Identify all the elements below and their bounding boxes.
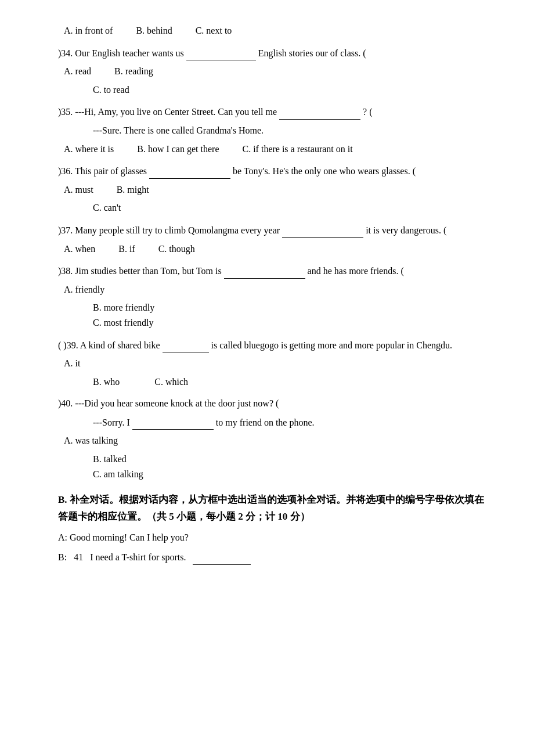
q37-text: Many people still try to climb Qomolangm…	[75, 225, 280, 235]
q40-text: ---Did you hear someone knock at the doo…	[75, 398, 279, 408]
q39-blank	[163, 337, 209, 353]
q40-option-b-wrap: B. talked	[58, 452, 488, 467]
q34-option-c-wrap: C. to read	[58, 82, 488, 98]
q38-option-b-wrap: B. more friendly	[58, 300, 488, 315]
q40-text2: to my friend on the phone.	[216, 417, 315, 427]
q40-blank	[132, 415, 214, 430]
q39-line: ( )39. A kind of shared bike is called b…	[58, 337, 488, 353]
q38-option-c: C. most friendly	[93, 318, 153, 327]
q40-block: )40. ---Did you hear someone knock at th…	[58, 396, 488, 481]
q33-option-b: B. behind	[136, 23, 172, 38]
q36-option-b: B. might	[117, 182, 149, 197]
q39-text: A kind of shared bike	[80, 340, 160, 350]
dialogue-b1-text: I need a T-shirt for sports.	[90, 550, 186, 565]
q39-option-c: C. which	[154, 375, 188, 390]
q33-option-c: C. next to	[196, 23, 232, 38]
q34-option-c: C. to read	[93, 85, 129, 95]
speaker-b: B:	[58, 550, 67, 565]
q35-line: )35. ---Hi, Amy, you live on Center Stre…	[58, 104, 488, 120]
q39-options-a: A. it	[58, 356, 488, 371]
q34-option-b: B. reading	[114, 64, 153, 79]
q36-text2: be Tony's. He's the only one who wears g…	[233, 166, 416, 176]
q40-line2: ---Sorry. I to my friend on the phone.	[58, 415, 488, 430]
q34-option-a: A. read	[64, 64, 91, 79]
q35-option-c: C. if there is a restaurant on it	[242, 142, 352, 157]
section-b-header: B. 补全对话。根据对话内容，从方框中选出适当的选项补全对话。并将选项中的编号字…	[58, 492, 488, 525]
q39-text2: is called bluegogo is getting more and m…	[211, 340, 452, 350]
q34-text2: English stories our of class. (	[258, 48, 366, 58]
q36-option-c-wrap: C. can't	[58, 200, 488, 215]
q37-text2: it is very dangerous. (	[366, 225, 446, 235]
q40-line1: )40. ---Did you hear someone knock at th…	[58, 396, 488, 411]
q38-option-b: B. more friendly	[93, 303, 154, 312]
q40-prefix: )40.	[58, 398, 73, 408]
q40-option-c-wrap: C. am talking	[58, 467, 488, 482]
q37-option-a: A. when	[64, 242, 95, 257]
q37-line: )37. Many people still try to climb Qomo…	[58, 222, 488, 238]
section-b: B. 补全对话。根据对话内容，从方框中选出适当的选项补全对话。并将选项中的编号字…	[58, 492, 488, 565]
q35-text: ---Hi, Amy, you live on Center Street. C…	[75, 107, 277, 117]
q35-option-a: A. where it is	[64, 142, 114, 157]
q34-text: Our English teacher wants us	[75, 48, 184, 58]
q39-option-a: A. it	[64, 356, 80, 371]
q40-options-a: A. was talking	[58, 433, 488, 448]
q37-blank	[282, 222, 363, 238]
q36-line: )36. This pair of glasses be Tony's. He'…	[58, 163, 488, 179]
dialogue-b1-blank	[193, 550, 251, 566]
q40-sub: ---Sorry. I	[93, 417, 130, 427]
q33-option-a: A. in front of	[64, 23, 113, 38]
q38-option-c-wrap: C. most friendly	[58, 315, 488, 330]
q37-block: )37. Many people still try to climb Qomo…	[58, 222, 488, 256]
q37-prefix: )37.	[58, 225, 73, 235]
dialogue-b1-number: 41	[74, 550, 83, 565]
speaker-a: A:	[58, 532, 67, 542]
q37-option-c: C. though	[158, 242, 195, 257]
q37-option-b: B. if	[118, 242, 135, 257]
q35-blank	[279, 104, 360, 120]
q34-options: A. read B. reading	[58, 64, 488, 79]
q39-option-b: B. who	[93, 375, 120, 390]
q38-options-a: A. friendly	[58, 282, 488, 297]
q35-sub: ---Sure. There is one called Grandma's H…	[58, 123, 488, 138]
q35-text2: ? (	[363, 107, 372, 117]
q34-prefix: )34.	[58, 48, 73, 58]
q34-blank	[186, 45, 256, 61]
dialogue-a1-text: Good morning! Can I help you?	[70, 532, 189, 542]
q35-block: )35. ---Hi, Amy, you live on Center Stre…	[58, 104, 488, 156]
q38-blank	[224, 263, 305, 279]
q36-blank	[149, 163, 230, 179]
q40-option-b: B. talked	[93, 454, 127, 464]
q38-option-a: A. friendly	[64, 282, 104, 297]
q36-option-a: A. must	[64, 182, 93, 197]
q34-block: )34. Our English teacher wants us Englis…	[58, 45, 488, 98]
q38-block: )38. Jim studies better than Tom, but To…	[58, 263, 488, 330]
q35-prefix: )35.	[58, 107, 73, 117]
q33-options: A. in front of B. behind C. next to	[58, 23, 488, 38]
q39-options-bc: B. who C. which	[58, 375, 488, 390]
q36-option-c: C. can't	[93, 203, 121, 213]
q38-text: Jim studies better than Tom, but Tom is	[75, 266, 221, 276]
q36-options: A. must B. might	[58, 182, 488, 197]
q40-option-a: A. was talking	[64, 433, 118, 448]
q37-options: A. when B. if C. though	[58, 242, 488, 257]
q38-prefix: )38.	[58, 266, 73, 276]
q36-prefix: )36.	[58, 166, 73, 176]
dialogue-b1: B: 41 I need a T-shirt for sports.	[58, 550, 488, 566]
dialogue-a1: A: Good morning! Can I help you?	[58, 530, 488, 545]
q40-option-c: C. am talking	[93, 469, 143, 479]
q39-block: ( )39. A kind of shared bike is called b…	[58, 337, 488, 390]
q38-line: )38. Jim studies better than Tom, but To…	[58, 263, 488, 279]
q34-line: )34. Our English teacher wants us Englis…	[58, 45, 488, 61]
q35-option-b: B. how I can get there	[137, 142, 219, 157]
q39-prefix: ( )39.	[58, 340, 78, 350]
q35-sub-text: ---Sure. There is one called Grandma's H…	[93, 125, 264, 135]
q38-text2: and he has more friends. (	[308, 266, 404, 276]
q35-options: A. where it is B. how I can get there C.…	[58, 142, 488, 157]
q33-options-row: A. in front of B. behind C. next to	[58, 23, 488, 38]
q36-text: This pair of glasses	[75, 166, 147, 176]
q36-block: )36. This pair of glasses be Tony's. He'…	[58, 163, 488, 215]
